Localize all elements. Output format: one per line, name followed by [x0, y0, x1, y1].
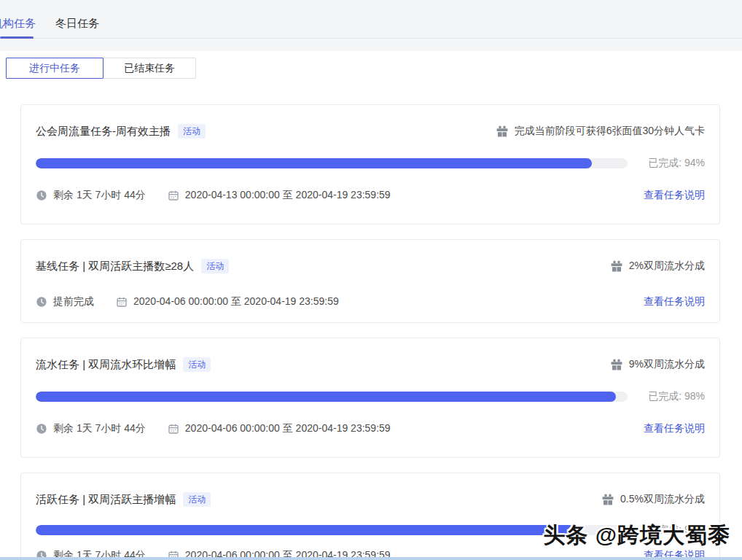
task-list: 公会周流量任务-周有效主播 活动 完成当前阶段可获得6张面值30分钟人气卡 已完…: [20, 104, 722, 560]
reward-text: 9%双周流水分成: [629, 358, 705, 371]
progress-bar-fill: [36, 392, 616, 402]
active-tab-underline: [0, 36, 34, 39]
task-date-range: 2020-04-13 00:00:00 至 2020-04-19 23:59:5…: [185, 189, 391, 202]
task-date-range: 2020-04-06 00:00:00 至 2020-04-19 23:59:5…: [133, 295, 339, 308]
task-title: 活跃任务 | 双周活跃主播增幅: [36, 493, 176, 507]
activity-badge: 活动: [183, 492, 211, 507]
progress-bar: [36, 392, 628, 402]
view-task-detail-link[interactable]: 查看任务说明: [644, 295, 705, 308]
activity-badge: 活动: [201, 259, 229, 273]
time-remaining: 剩余 1天 7小时 44分: [53, 189, 146, 202]
progress-bar-fill: [36, 158, 592, 168]
watermark-text: 头条 @跨境大蜀黍: [543, 521, 730, 551]
task-title: 流水任务 | 双周流水环比增幅: [36, 358, 176, 372]
progress-bar: [36, 525, 628, 535]
gift-icon: [610, 260, 629, 273]
tab-winter-tasks[interactable]: 冬日任务: [55, 17, 99, 31]
progress-label: 已完成: 98%: [628, 390, 705, 403]
clock-icon: [36, 296, 47, 308]
activity-badge: 活动: [178, 124, 206, 139]
time-remaining: 提前完成: [53, 295, 94, 308]
top-tab-bar: 机构任务 冬日任务: [0, 0, 742, 51]
view-task-detail-link[interactable]: 查看任务说明: [644, 422, 705, 435]
task-card: 基线任务 | 双周活跃主播数≥28人 活动 2%双周流水分成 提前完成 2020…: [20, 239, 720, 323]
task-status-filter: 进行中任务 已结束任务: [6, 58, 742, 79]
reward-text: 完成当前阶段可获得6张面值30分钟人气卡: [515, 125, 705, 138]
reward-text: 2%双周流水分成: [629, 260, 705, 273]
bottom-edge-strip: [0, 557, 742, 560]
clock-icon: [36, 190, 47, 201]
clock-icon: [36, 423, 47, 435]
tab-org-tasks[interactable]: 机构任务: [0, 17, 36, 31]
calendar-icon: [116, 296, 128, 308]
gift-icon: [496, 125, 515, 138]
tab-bar-divider: [0, 38, 742, 39]
filter-ongoing-tasks-button[interactable]: 进行中任务: [6, 58, 104, 79]
gift-icon: [601, 493, 620, 506]
view-task-detail-link[interactable]: 查看任务说明: [644, 189, 705, 202]
task-card: 公会周流量任务-周有效主播 活动 完成当前阶段可获得6张面值30分钟人气卡 已完…: [20, 104, 720, 225]
reward-text: 0.5%双周流水分成: [620, 493, 705, 506]
progress-label: 已完成: 94%: [628, 157, 705, 170]
task-card: 流水任务 | 双周流水环比增幅 活动 9%双周流水分成 已完成: 98% 剩余 …: [20, 338, 720, 458]
calendar-icon: [168, 190, 179, 201]
time-remaining: 剩余 1天 7小时 44分: [53, 422, 146, 435]
task-date-range: 2020-04-06 00:00:00 至 2020-04-19 23:59:5…: [185, 422, 391, 435]
activity-badge: 活动: [183, 357, 211, 372]
progress-bar-fill: [36, 525, 574, 535]
progress-bar: [36, 158, 628, 168]
filter-ended-tasks-button[interactable]: 已结束任务: [103, 58, 196, 79]
gift-icon: [610, 358, 629, 371]
task-title: 公会周流量任务-周有效主播: [36, 125, 171, 139]
calendar-icon: [168, 423, 179, 435]
task-title: 基线任务 | 双周活跃主播数≥28人: [36, 260, 194, 273]
